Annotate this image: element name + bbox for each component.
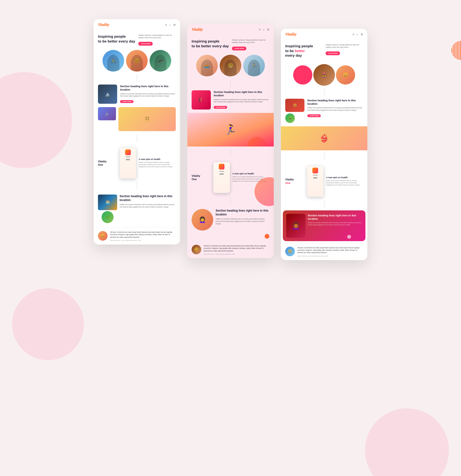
app-brand-right: Vitality One bbox=[285, 178, 304, 185]
divider-1-left bbox=[137, 75, 137, 82]
feature-img-right-1: 😂 bbox=[285, 99, 304, 112]
nav-right: Vitality ≡ ⌕ ⚙ bbox=[281, 29, 367, 40]
feature-img-left: 🏔️ bbox=[98, 85, 117, 104]
feature-section-right: 😂 🌳 Section heading lives right here in … bbox=[281, 99, 367, 126]
testimonial-avatar-right: 😃 bbox=[285, 247, 295, 256]
page-container: Vitality ≡ ⌕ ⚙ Inspiring people to be be… bbox=[0, 0, 461, 279]
app-desc-left: Vitality One provides individuals with a… bbox=[139, 162, 176, 168]
hero-cta-left[interactable]: LEARN MORE bbox=[138, 42, 153, 46]
sunbathing-img: 👙 bbox=[281, 126, 367, 150]
feature-content-right: Section heading lives right here in this… bbox=[307, 99, 363, 117]
feature-cta-left[interactable]: LEARN MORE bbox=[120, 100, 134, 103]
testimonial-right: 😃 "All base UI elements are made using N… bbox=[281, 243, 367, 260]
app-section-left: Vitality One ★★★★★ 1921 A new spin on he… bbox=[94, 144, 180, 182]
gear-icon[interactable]: ⚙ bbox=[173, 23, 176, 26]
hero-left-content-m: Inspiring people to be better every day bbox=[192, 39, 229, 50]
search-icon-r[interactable]: ⌕ bbox=[357, 33, 358, 36]
menu-icon[interactable]: ≡ bbox=[165, 23, 167, 26]
search-icon-m[interactable]: ⌕ bbox=[263, 28, 265, 31]
app-tagline-right: A new spin on health bbox=[326, 176, 363, 179]
menu-icon-r[interactable]: ≡ bbox=[352, 33, 354, 36]
hero-left-content: Inspiring people to be better every day bbox=[98, 34, 135, 45]
app-brand-left: Vitality One bbox=[98, 160, 117, 167]
testimonial-author-right: Name Surname, Lead marketing specialist,… bbox=[297, 255, 363, 257]
bg-decoration-3 bbox=[365, 408, 449, 476]
hero-title-left: Inspiring people to be better every day bbox=[98, 34, 135, 43]
feature-content-left: Section heading lives right here in this… bbox=[120, 85, 176, 103]
testimonial-quote-left: "All base UI elements are made using Nes… bbox=[110, 231, 176, 238]
phone-rating-r: ★★★★★ bbox=[313, 174, 318, 176]
gear-icon-r[interactable]: ⚙ bbox=[361, 33, 363, 36]
menu-icon-m[interactable]: ≡ bbox=[259, 28, 260, 31]
testimonial-left: 😄 "All base UI elements are made using N… bbox=[94, 227, 180, 245]
phone-app-icon-r bbox=[312, 168, 318, 173]
feat-img-women: 👯 bbox=[118, 107, 176, 131]
phone-rating: ★★★★★ bbox=[126, 156, 130, 158]
hero-cta-middle[interactable]: LEARN MORE bbox=[232, 47, 246, 51]
feature-section-left: 🏔️ Section heading lives right here in t… bbox=[94, 85, 180, 107]
circles-row-middle: 🏊 😁 🏃 bbox=[187, 53, 274, 80]
pink-dot-deco bbox=[347, 235, 351, 239]
app-tagline-left: A new spin on health bbox=[139, 158, 176, 161]
device-card-middle: Vitality ≡ ⌕ ⚙ Inspiring people to be be… bbox=[187, 24, 274, 258]
divider-3-right bbox=[324, 200, 324, 207]
app-right-right: A new spin on health Vitality One provid… bbox=[326, 176, 363, 186]
divider-3-left bbox=[137, 182, 137, 189]
testimonial-content-middle: "All base UI elements are made using Nes… bbox=[204, 245, 269, 255]
bottom-text-middle: Vitality One provides individuals with a… bbox=[216, 218, 269, 225]
bottom-content-left: Section heading lives right here in this… bbox=[120, 195, 176, 208]
bottom-img-stack-left: 🌅 🌿 bbox=[98, 195, 117, 223]
testimonial-quote-right: "All base UI elements are made using Nes… bbox=[297, 247, 363, 254]
app-brand-middle: Vitality One bbox=[192, 174, 211, 181]
testimonial-avatar-middle: 😊 bbox=[192, 245, 201, 254]
feature-imgs-right: 😂 🌳 bbox=[285, 99, 304, 123]
testimonial-author-left: Name Surname, Lead marketing specialist,… bbox=[110, 240, 176, 241]
dark-pink-content: Section heading lives right here in this… bbox=[308, 214, 362, 226]
feature-cta-middle[interactable]: LEARN MORE bbox=[214, 106, 227, 109]
shapes-row-right: 👩‍❤️‍👩 😄 bbox=[281, 62, 367, 89]
feature-heading-right: Section heading lives right here in this… bbox=[307, 99, 363, 106]
dot-decoration bbox=[265, 234, 269, 239]
dark-pink-text: Vitality One provides individuals with a… bbox=[308, 222, 362, 226]
runner-section: 🏃‍♀️ bbox=[187, 113, 274, 146]
dark-pink-section: 👩‍🦱 Section heading lives right here in … bbox=[283, 210, 365, 241]
dark-pink-img: 👩‍🦱 bbox=[286, 214, 305, 238]
phone-num-left: 1921 bbox=[126, 159, 130, 161]
testimonial-avatar-left: 😄 bbox=[98, 231, 108, 241]
feature-text-left: Vitality One provides individuals with a… bbox=[120, 93, 176, 97]
bottom-img-middle: 👩‍🦱 bbox=[192, 209, 213, 230]
feature-text-middle: Vitality One provides individuals with a… bbox=[214, 98, 269, 103]
hero-left: Inspiring people to be better every day … bbox=[94, 30, 180, 48]
bottom-img-2: 🌿 bbox=[101, 211, 114, 223]
phone-num-middle: 1921 bbox=[219, 173, 224, 175]
phone-mockup-middle: ★★★★★ 1921 bbox=[213, 162, 230, 193]
shape-pink bbox=[293, 65, 312, 85]
app-section-middle: Vitality One ★★★★★ 1921 A new spin on he… bbox=[187, 159, 274, 196]
feature-heading-left: Section heading lives right here in this… bbox=[120, 85, 176, 92]
testimonial-content-left: "All base UI elements are made using Nes… bbox=[110, 231, 176, 241]
feature-heading-middle: Section heading lives right here in this… bbox=[214, 90, 269, 97]
bottom-content-middle: Section heading lives right here in this… bbox=[216, 209, 269, 225]
search-icon[interactable]: ⌕ bbox=[169, 23, 171, 26]
bottom-feature-left: 🌅 🌿 Section heading lives right here in … bbox=[94, 192, 180, 227]
testimonial-author-middle: Name Surname, Lead marketing specialist,… bbox=[204, 253, 269, 255]
phone-mockup-right: ★★★★★ 1921 bbox=[307, 166, 324, 197]
nav-left: Vitality ≡ ⌕ ⚙ bbox=[94, 19, 180, 30]
hero-title-right: Inspiring people to be better every day bbox=[285, 44, 323, 58]
app-desc-right: Vitality One provides individuals with a… bbox=[326, 180, 363, 186]
hero-body-left: Vitality's behavior change platforms mak… bbox=[138, 34, 176, 39]
gear-icon-m[interactable]: ⚙ bbox=[267, 28, 269, 31]
hero-cta-right[interactable]: LEARN MORE bbox=[326, 51, 340, 55]
nav-icons-right: ≡ ⌕ ⚙ bbox=[352, 33, 363, 36]
feature-cta-right[interactable]: LEARN MORE bbox=[307, 114, 321, 117]
hero-body-middle: Vitality's behavior change platforms mak… bbox=[232, 39, 269, 44]
device-card-right: Vitality ≡ ⌕ ⚙ Inspiring people to be be… bbox=[281, 29, 367, 260]
hero-right: Inspiring people to be better every day … bbox=[281, 40, 367, 62]
feat-img-mountain: ⛰️ bbox=[98, 107, 116, 120]
phone-app-icon-m bbox=[219, 164, 225, 170]
phone-rating-m: ★★★★★ bbox=[219, 170, 224, 172]
nav-icons-left: ≡ ⌕ ⚙ bbox=[165, 23, 176, 26]
logo-middle: Vitality bbox=[192, 27, 203, 32]
hero-body-right: Vitality's behavior change platforms mak… bbox=[326, 44, 363, 49]
app-section-right: Vitality One ★★★★★ 1921 A new spin on he… bbox=[281, 163, 367, 200]
